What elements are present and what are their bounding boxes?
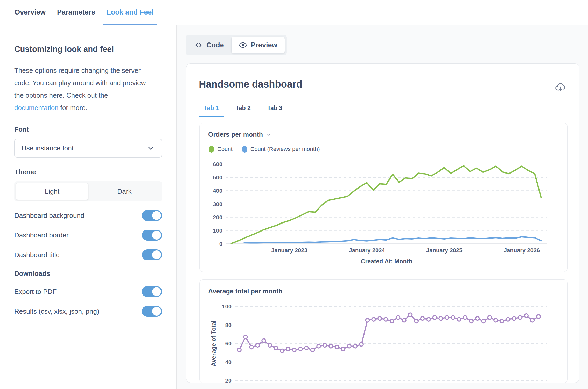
intro-after-link: for more. (59, 104, 87, 112)
toggle-label: Dashboard background (14, 212, 84, 220)
intro-line-1: These options require changing the serve… (14, 67, 141, 74)
toggle-label: Results (csv, xlsx, json, png) (14, 307, 99, 315)
intro-line-2: code. You can play around with and previ… (14, 79, 146, 87)
theme-light-button[interactable]: Light (16, 183, 88, 200)
code-view-label: Code (206, 41, 224, 49)
svg-text:January 2023: January 2023 (271, 247, 307, 254)
toggle-row-results: Results (csv, xlsx, json, png) (14, 301, 162, 321)
dashboard-tab-3[interactable]: Tab 3 (262, 105, 287, 117)
svg-text:80: 80 (225, 322, 232, 328)
toggle-row-dashboard-border: Dashboard border (14, 225, 162, 245)
dashboard-tab-1[interactable]: Tab 1 (199, 105, 224, 117)
font-select-value: Use instance font (22, 144, 74, 152)
legend-item-count[interactable]: Count (209, 146, 233, 153)
chart-title-average-total: Average total per month (208, 287, 283, 295)
legend-dot-green (209, 146, 214, 153)
dashboard-background-toggle[interactable] (142, 210, 162, 221)
dashboard-border-toggle[interactable] (142, 230, 162, 241)
toggle-row-dashboard-background: Dashboard background (14, 206, 162, 225)
svg-text:400: 400 (213, 188, 222, 194)
dashboard-header: Handsome dashboard (199, 79, 566, 93)
tab-look-and-feel[interactable]: Look and Feel (103, 0, 157, 25)
svg-text:January 2026: January 2026 (504, 247, 540, 254)
cloud-download-icon[interactable] (555, 81, 566, 93)
chart-title-text: Average total per month (208, 287, 283, 295)
dashboard-tabs: Tab 1 Tab 2 Tab 3 (199, 105, 566, 117)
font-section-label: Font (14, 125, 162, 133)
toggle-label: Dashboard border (14, 231, 69, 239)
dashboard-tab-2[interactable]: Tab 2 (230, 105, 255, 117)
intro-line-3: the options here. Check out the (14, 91, 108, 99)
code-view-button[interactable]: Code (187, 37, 231, 54)
dashboard-preview-card: Handsome dashboard Tab 1 Tab 2 Tab 3 Ord… (186, 63, 579, 383)
theme-switcher: Light Dark (14, 181, 162, 201)
results-toggle[interactable] (142, 306, 162, 317)
svg-text:0: 0 (219, 241, 222, 247)
average-total-per-month-card: Average total per month 20406080100Avera… (199, 279, 568, 383)
sidebar-heading: Customizing look and feel (14, 45, 162, 54)
export-pdf-toggle[interactable] (142, 286, 162, 297)
svg-text:January 2025: January 2025 (426, 247, 462, 254)
svg-text:60: 60 (225, 340, 232, 347)
svg-text:200: 200 (213, 214, 222, 221)
preview-view-button[interactable]: Preview (231, 37, 285, 54)
theme-section-label: Theme (14, 168, 162, 176)
font-select[interactable]: Use instance font (14, 139, 162, 158)
legend-item-reviews[interactable]: Count (Reviews per month) (242, 146, 320, 153)
svg-text:January 2024: January 2024 (349, 247, 385, 254)
preview-pane: Code Preview Handsome dashboard Tab 1 Ta… (177, 25, 588, 389)
dashboard-title: Handsome dashboard (199, 79, 302, 90)
legend-label: Count (Reviews per month) (250, 146, 320, 153)
svg-text:Created At: Month: Created At: Month (361, 258, 412, 265)
eye-icon (239, 41, 247, 49)
average-total-per-month-chart: 20406080100Average of Total (200, 280, 568, 383)
theme-dark-button[interactable]: Dark (88, 183, 160, 200)
chart-title-text: Orders per month (208, 131, 263, 138)
chart-legend: Count Count (Reviews per month) (209, 146, 320, 153)
tab-parameters[interactable]: Parameters (54, 0, 99, 25)
legend-dot-blue (242, 146, 247, 153)
code-preview-switcher: Code Preview (186, 35, 287, 55)
svg-text:Average of Total: Average of Total (210, 320, 217, 366)
documentation-link[interactable]: documentation (14, 104, 59, 112)
svg-text:100: 100 (213, 227, 222, 234)
toggle-row-export-pdf: Export to PDF (14, 282, 162, 301)
tab-overview[interactable]: Overview (11, 0, 49, 25)
svg-text:300: 300 (213, 201, 222, 207)
settings-sidebar: Customizing look and feel These options … (0, 25, 177, 389)
toggle-label: Dashboard title (14, 251, 60, 259)
legend-label: Count (217, 146, 233, 153)
chevron-down-icon[interactable] (266, 132, 271, 137)
chart-title-orders: Orders per month (208, 131, 271, 138)
chevron-down-icon (147, 144, 155, 152)
svg-text:20: 20 (225, 377, 232, 383)
svg-text:500: 500 (213, 174, 222, 181)
top-nav: Overview Parameters Look and Feel (0, 0, 588, 25)
preview-view-label: Preview (251, 41, 277, 49)
orders-per-month-chart: 0100200300400500600January 2023January 2… (200, 123, 568, 272)
dashboard-title-toggle[interactable] (142, 249, 162, 260)
downloads-section-label: Downloads (14, 267, 162, 280)
toggle-label: Export to PDF (14, 288, 57, 296)
svg-text:600: 600 (213, 161, 222, 168)
code-icon (195, 41, 202, 49)
toggle-row-dashboard-title: Dashboard title (14, 245, 162, 265)
svg-text:40: 40 (225, 359, 232, 365)
sidebar-intro: These options require changing the serve… (14, 64, 162, 114)
orders-per-month-card: Orders per month Count Count (Reviews pe… (199, 123, 568, 272)
svg-text:100: 100 (222, 303, 232, 310)
